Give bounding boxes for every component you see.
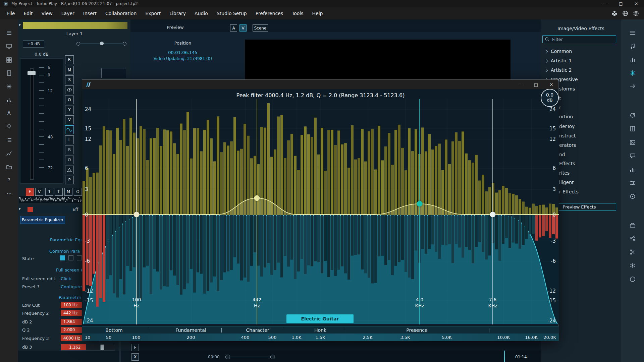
effects-filter-box[interactable] [542,35,616,43]
settings-gear-icon[interactable] [633,10,639,17]
eq-handle-100hz[interactable] [134,212,140,218]
fx-tree-item-occluded[interactable]: rites [559,170,570,176]
menu-help[interactable]: Help [308,11,327,16]
solo-button[interactable]: S [65,75,74,84]
fx-tree-item-occluded[interactable]: t [559,96,561,101]
timeline-zoom-track[interactable] [227,357,272,357]
menu-layer[interactable]: Layer [57,11,79,16]
o-mode-button[interactable]: O [74,188,82,196]
state-checkbox-3[interactable] [77,255,82,260]
param-slider-db3-handle[interactable] [100,345,104,350]
fx-tree-item-common[interactable]: Common [541,47,621,56]
menu-tools[interactable]: Tools [287,11,308,16]
fx-tree-item-occluded[interactable]: sforms [559,86,575,92]
sliders-icon[interactable] [629,179,636,187]
fx-tree-item-occluded[interactable]: nd [559,152,565,157]
f-side-button[interactable]: F [131,344,139,351]
f-mode-button[interactable]: F [26,188,34,196]
effect-color-swatch[interactable] [28,207,33,212]
m-mode-button[interactable]: M [64,188,72,196]
menu-file[interactable]: File [3,11,19,16]
common-params-link[interactable]: Common Para [49,249,80,254]
music-note-icon[interactable] [629,43,636,50]
effects-star-icon[interactable] [629,69,636,77]
o2-button[interactable]: O [65,156,74,164]
one-mode-button[interactable]: 1 [45,188,53,196]
pin-icon[interactable] [5,123,13,130]
fx-tree-item-occluded[interactable]: nstruct [559,133,576,138]
share-icon[interactable] [629,235,636,242]
fx-tree-item-occluded[interactable]: r [559,105,561,110]
o-button[interactable]: O [65,96,74,104]
color-wheel-icon[interactable] [629,193,636,200]
sparkle-icon[interactable] [5,83,13,90]
dialog-minimize-button[interactable]: — [515,80,528,89]
refresh-icon[interactable] [629,112,636,119]
grid-icon[interactable] [5,56,13,64]
fx-tree-item-artistic2[interactable]: Artistic 2 [541,66,621,75]
window-minimize-button[interactable]: — [598,0,613,7]
zoom-range-start-knob[interactable] [225,355,230,359]
image-icon[interactable] [629,139,636,146]
p-button[interactable]: P [65,176,74,184]
y-button[interactable]: Y [65,106,74,114]
l-button[interactable]: L [65,135,74,144]
v-mode-button[interactable]: V [35,188,43,196]
library-book-icon[interactable] [629,125,636,132]
eq-handle-4khz[interactable] [417,201,423,207]
fx-tree-item-occluded[interactable]: erators [559,142,576,148]
snowflake-icon[interactable] [629,262,636,269]
layer-slider-knob[interactable] [100,42,104,45]
stats-bars-icon[interactable] [5,97,13,104]
menu-export[interactable]: Export [141,11,165,16]
window-maximize-button[interactable]: □ [613,0,629,7]
preset-chip[interactable]: Electric Guitar [286,314,354,323]
b-button[interactable]: B [65,145,74,154]
mask-circle-icon[interactable] [629,276,636,283]
parametric-eq-badge[interactable]: Parametric Equalizer [20,216,65,224]
scene-button[interactable]: Scene [253,24,268,32]
eq-handle-7-6khz[interactable] [490,212,496,218]
gain-readout-knob[interactable]: 0.0 dB [541,89,559,107]
cut-scissors-icon[interactable] [629,248,636,256]
fx-tree-item-artistic1[interactable]: Artistic 1 [541,57,621,65]
language-globe-icon[interactable] [622,10,629,17]
t-mode-button[interactable]: T [55,188,63,196]
menu-edit[interactable]: Edit [19,11,37,16]
eq-handle-442hz[interactable] [254,195,260,201]
zoom-range-end-knob[interactable] [270,355,275,359]
effects-filter-input[interactable] [551,37,613,42]
volume-fader-handle[interactable] [28,71,36,75]
detached-control-box[interactable] [101,68,126,78]
playhead-marker[interactable] [504,351,505,362]
fx-tree-item-occluded[interactable]: derToy [559,124,575,129]
menu-insert[interactable]: Insert [79,11,101,16]
fx-tree-item-occluded[interactable]: r Effects [559,189,579,194]
parametric-eq-link[interactable]: Parametric Equ [50,237,83,242]
full-screen-edit-action[interactable]: Click [61,276,71,281]
layer-color-bar[interactable] [23,22,127,29]
mute-button[interactable]: M [65,66,74,74]
full-screen-link[interactable]: Full screen e [56,267,84,273]
display-icon[interactable] [5,43,13,50]
main-menu-icon[interactable] [5,29,13,37]
dialog-close-button[interactable]: ✕ [545,80,558,89]
param-slider-db3[interactable]: 1.162 [61,344,115,351]
parameter-link[interactable]: Parameter [59,295,82,300]
line-chart-icon[interactable] [5,150,13,157]
plugin-icon[interactable] [611,10,618,17]
volume-fader-track[interactable] [30,68,34,180]
layer-slider-dot-right[interactable] [123,42,126,46]
state-checkbox-on[interactable] [60,255,65,260]
video-toggle-button[interactable]: V [239,24,247,32]
effect-collapse-icon[interactable]: ▾ [19,207,21,211]
document-icon[interactable] [5,69,13,77]
help-icon[interactable]: ? [5,177,13,184]
dialog-maximize-button[interactable]: □ [530,80,542,89]
menu-preferences[interactable]: Preferences [251,11,287,16]
visibility-button[interactable] [65,85,74,94]
list-icon[interactable] [5,136,13,144]
layer-slider-dot-left[interactable] [76,42,80,46]
timeline-bar[interactable]: 00:00 01:14 [130,351,541,362]
level-meter-icon[interactable] [629,56,636,64]
